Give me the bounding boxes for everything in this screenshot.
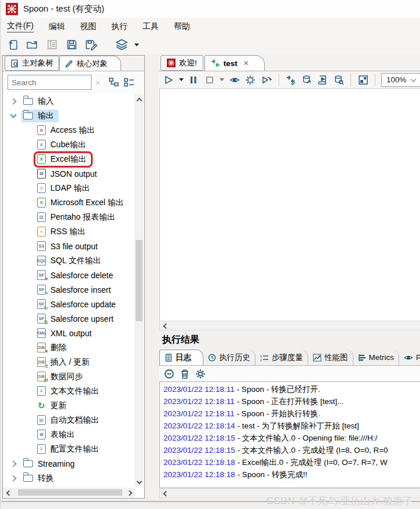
tree-vertical-scrollbar[interactable] <box>134 94 144 487</box>
tree-horizontal-scrollbar[interactable] <box>3 488 135 497</box>
menu-run[interactable]: 执行 <box>111 21 127 32</box>
verify-transformation-icon[interactable] <box>284 74 297 86</box>
scroll-down-icon[interactable] <box>135 478 143 486</box>
tree-item-body[interactable]: 输入 <box>21 95 59 108</box>
tree-item[interactable]: SF× Salesforce delete <box>3 268 135 282</box>
tab-preview-data[interactable]: Pre <box>399 350 420 365</box>
scroll-up-icon[interactable] <box>135 95 143 103</box>
tree-item[interactable]: O JSON output <box>3 166 135 181</box>
tree-item[interactable]: DB× 删除 <box>3 340 135 355</box>
tree-item-body[interactable]: X Excel输出 <box>35 153 91 166</box>
tree-item[interactable]: 输出 <box>3 108 135 123</box>
tree-chevron-icon[interactable] <box>10 460 17 467</box>
tree-item[interactable]: X Microsoft Excel 输出 <box>3 195 135 210</box>
stop-icon[interactable] <box>204 74 216 86</box>
tree-item-body[interactable]: 输出 <box>21 110 59 122</box>
tree-item-body[interactable]: ≡ 配置文件输出 <box>35 443 104 456</box>
tree-item-body[interactable]: SF+ Salesforce insert <box>35 283 115 296</box>
perspective-switcher-icon[interactable] <box>115 38 129 52</box>
search-input[interactable] <box>8 75 92 90</box>
tree-item-body[interactable]: Streaming <box>21 458 79 470</box>
tree-chevron-icon[interactable] <box>10 112 17 119</box>
tree-item-body[interactable]: A Access 输出 <box>35 124 100 137</box>
generate-sql-icon[interactable] <box>317 74 329 86</box>
tree-item[interactable]: ◇ LDAP 输出 <box>3 181 135 195</box>
tree-item-body[interactable]: S3 S3 file output <box>35 240 103 252</box>
tab-execution-history[interactable]: 执行历史 <box>203 350 255 365</box>
tree-item-body[interactable]: ◗ RSS 输出 <box>35 226 90 238</box>
tree-item[interactable]: ≡ 配置文件输出 <box>3 442 135 456</box>
tree-item-body[interactable]: DB⇄ 数据同步 <box>35 370 87 383</box>
tree-item[interactable]: ◗ RSS 输出 <box>3 224 135 239</box>
tab-metrics[interactable]: Metrics <box>353 350 400 365</box>
tree-item-body[interactable]: # Cube输出 <box>35 139 90 151</box>
tree-item-body[interactable]: ▤ 自动文档输出 <box>35 414 104 427</box>
tree-item-body[interactable]: SQL SQL 文件输出 <box>35 254 105 267</box>
tab-log[interactable]: 日志 <box>159 350 203 365</box>
tree-item[interactable]: ⊞ 表输出 <box>3 427 135 442</box>
tree-item[interactable]: SQL SQL 文件输出 <box>3 253 135 268</box>
transformation-canvas[interactable] <box>159 89 420 321</box>
tree-item-body[interactable]: SF↻ Salesforce update <box>35 298 120 310</box>
tree-item[interactable]: ≡ 文本文件输出 <box>3 384 135 398</box>
run-options-caret-icon[interactable] <box>179 78 184 81</box>
explore-database-icon[interactable] <box>333 74 345 86</box>
scroll-left-icon[interactable] <box>162 322 170 330</box>
clear-log-icon[interactable] <box>164 369 174 379</box>
tree-item[interactable]: # Cube输出 <box>3 137 135 152</box>
tree-chevron-icon[interactable] <box>10 98 17 105</box>
menu-file[interactable]: 文件(F) <box>7 21 34 32</box>
tree-item-body[interactable]: XML XML output <box>35 327 96 339</box>
menu-help[interactable]: 帮助 <box>174 21 190 32</box>
tree-item[interactable]: X Excel输出 <box>3 152 135 166</box>
connections-toggle-icon[interactable] <box>109 78 119 87</box>
tree-item[interactable]: ↻ 更新 <box>3 398 135 413</box>
scroll-left-icon[interactable] <box>162 489 170 497</box>
explore-repository-icon[interactable] <box>45 38 59 52</box>
tree-item-body[interactable]: ▥ Pentaho 报表输出 <box>35 211 120 224</box>
scrollbar-thumb[interactable] <box>136 240 143 321</box>
clear-search-icon[interactable]: × <box>92 78 104 88</box>
tree-item[interactable]: Streaming <box>3 456 135 471</box>
open-file-icon[interactable] <box>25 38 39 52</box>
tree-item[interactable]: ▥ Pentaho 报表输出 <box>3 210 135 224</box>
tree-item[interactable]: SF⇅ Salesforce upsert <box>3 311 135 326</box>
toggle-results-panel-icon[interactable] <box>357 74 369 86</box>
tree-item[interactable]: S3 S3 file output <box>3 239 135 253</box>
tree-item-body[interactable]: DB× 删除 <box>35 341 71 354</box>
tree-item-body[interactable]: O JSON output <box>35 168 101 180</box>
log-settings-gear-icon[interactable] <box>195 369 206 379</box>
tree-item[interactable]: DB⇄ 数据同步 <box>3 369 135 384</box>
log-output[interactable]: 2023/01/22 12:18:11 - Spoon - 转换已经打开. 20… <box>159 381 420 488</box>
close-tab-icon[interactable]: ✕ <box>243 59 249 67</box>
menu-view[interactable]: 视图 <box>80 21 96 32</box>
save-as-icon[interactable] <box>85 38 98 52</box>
tree-chevron-icon[interactable] <box>10 475 17 482</box>
tree-item-body[interactable]: ◇ LDAP 输出 <box>35 182 94 195</box>
menu-edit[interactable]: 编辑 <box>49 21 65 32</box>
zoom-select[interactable]: 100% <box>381 73 420 87</box>
tree-item[interactable]: DB± 插入 / 更新 <box>3 355 135 369</box>
tab-core-objects[interactable]: 核心对象 <box>59 56 121 71</box>
replay-icon[interactable] <box>261 74 273 86</box>
tree-item[interactable]: XML XML output <box>3 326 135 340</box>
perspective-caret-icon[interactable] <box>134 43 139 46</box>
tree-item[interactable]: 输入 <box>3 94 135 108</box>
save-icon[interactable] <box>65 38 79 52</box>
canvas-horizontal-scrollbar[interactable] <box>159 321 420 330</box>
tree-item-body[interactable]: X Microsoft Excel 输出 <box>35 197 129 209</box>
tree-item[interactable]: SF+ Salesforce insert <box>3 282 135 297</box>
tree-item[interactable]: A Access 输出 <box>3 123 135 137</box>
preview-eye-icon[interactable] <box>228 74 240 86</box>
impact-analysis-icon[interactable] <box>301 74 313 86</box>
tree-item-body[interactable]: SF⇅ Salesforce upsert <box>35 312 118 325</box>
pause-icon[interactable] <box>188 74 200 86</box>
tab-step-metrics[interactable]: 12 步骤度量 <box>255 350 308 365</box>
tree-item-body[interactable]: 转换 <box>21 472 59 485</box>
tree-item-body[interactable]: ⊞ 表输出 <box>35 428 79 441</box>
tree-item[interactable]: 转换 <box>3 471 135 485</box>
run-icon[interactable] <box>163 74 175 86</box>
tab-performance-graph[interactable]: 性能图 <box>308 350 353 365</box>
new-file-icon[interactable] <box>6 38 20 52</box>
scroll-left-icon[interactable] <box>5 489 13 497</box>
